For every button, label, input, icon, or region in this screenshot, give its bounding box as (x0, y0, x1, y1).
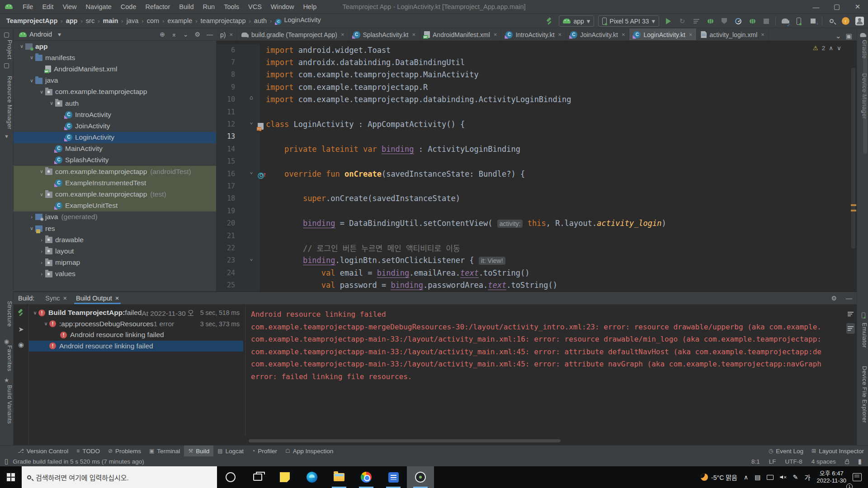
toolwindow-layout-inspector[interactable]: ⊞Layout Inspector (807, 446, 868, 456)
tree-item-mipmap[interactable]: ›mipmap (14, 257, 216, 268)
fold-marker-icon[interactable]: ⌄ (250, 118, 253, 125)
tree-chevron-icon[interactable]: ∨ (38, 89, 45, 95)
breadcrumb-item-auth[interactable]: auth (254, 17, 267, 24)
breadcrumb-item-teamprojectapp[interactable]: TeamprojectApp (6, 17, 57, 24)
ime-panel-icon[interactable]: ▤ (751, 466, 764, 488)
menu-edit[interactable]: Edit (38, 0, 58, 14)
tree-chevron-icon[interactable]: ∨ (28, 225, 35, 231)
attach-debugger-icon[interactable] (719, 16, 729, 26)
breadcrumb-item-loginactivity[interactable]: LoginActivity (275, 16, 321, 25)
hide-panel-icon[interactable]: — (207, 31, 213, 38)
run-configuration-select[interactable]: app ▾ (559, 15, 594, 27)
tree-item-splashactivity[interactable]: SplashActivity (14, 155, 216, 166)
code-line[interactable]: 25 val password = binding.passwordArea.t… (216, 279, 857, 291)
menu-vcs[interactable]: VCS (244, 0, 266, 14)
file-explorer-button[interactable] (326, 466, 353, 488)
status-message[interactable]: Gradle build failed in 5 s 520 ms (7 min… (13, 458, 144, 465)
edge-button[interactable] (298, 466, 326, 488)
tab-close-icon[interactable]: × (558, 31, 562, 38)
tree-item-manifests[interactable]: ∨manifests (14, 52, 216, 63)
menu-code[interactable]: Code (116, 0, 141, 14)
build-tab-build-output[interactable]: Build Output× (71, 292, 123, 304)
start-button[interactable] (0, 466, 22, 488)
indicator-icon[interactable]: ▮ (858, 457, 862, 465)
cortana-button[interactable] (217, 466, 244, 488)
tree-item-loginactivity[interactable]: LoginActivity (14, 132, 216, 143)
tree-item-java[interactable]: ∨java (14, 75, 216, 86)
toolwindow-profiler[interactable]: ◔Profiler (248, 446, 281, 456)
tab-joinactivity-kt[interactable]: JoinActivity.kt× (566, 28, 629, 41)
build-tree-row[interactable]: ∨!:app:processDebugResources 1 error3 se… (29, 319, 243, 330)
status-utf-8[interactable]: UTF-8 (785, 458, 802, 465)
stripe-favorites[interactable]: Favorites (0, 345, 13, 371)
rerun-build-icon[interactable] (18, 309, 25, 318)
tab-close-icon[interactable]: × (494, 31, 497, 38)
code-line[interactable]: 21 (216, 230, 857, 242)
stop-button[interactable] (761, 16, 771, 26)
gradle-tool-icon[interactable] (859, 32, 866, 38)
pin-icon[interactable]: ➤ (18, 325, 24, 333)
hidden-tabs-chevron-icon[interactable]: ⌄ (835, 32, 841, 40)
tree-chevron-icon[interactable]: › (38, 249, 45, 254)
tree-item-res[interactable]: ∨res (14, 223, 216, 234)
apply-code-changes-icon[interactable] (691, 16, 701, 26)
code-line[interactable]: 9import com.example.teamprojectapp.R (216, 81, 857, 93)
tab-close-icon[interactable]: × (63, 295, 67, 302)
resource-manager-icon[interactable] (3, 62, 10, 69)
tree-item-introactivity[interactable]: IntroActivity (14, 109, 216, 120)
action-center-button[interactable]: 1 (849, 466, 868, 488)
code-line[interactable]: 12⌄class LoginActivity : AppCompatActivi… (216, 118, 857, 130)
settings-gear-icon[interactable]: ⚙ (194, 31, 200, 38)
build-tree-row[interactable]: !Android resource linking failed (29, 341, 243, 352)
stripe-resource-manager[interactable]: Resource Manager (0, 76, 13, 130)
fold-marker-icon[interactable]: ⌄ (250, 168, 253, 175)
breadcrumb-item-java[interactable]: java (127, 17, 139, 24)
breadcrumb-item-com[interactable]: com (147, 17, 159, 24)
tree-chevron-icon[interactable]: ∨ (28, 55, 35, 61)
build-console[interactable]: Android resource linking failedcom.examp… (245, 305, 843, 436)
override-gutter-icon[interactable] (258, 173, 264, 179)
document-app-button[interactable] (380, 466, 407, 488)
profiler-button[interactable] (733, 16, 743, 26)
code-line[interactable]: 16⌄ override fun onCreate(savedInstanceS… (216, 168, 857, 180)
toolwindow-terminal[interactable]: ▣Terminal (145, 446, 184, 456)
tree-item-app[interactable]: ∨app (14, 41, 216, 52)
project-tree-scrollbar[interactable] (863, 41, 867, 154)
scroll-to-end-icon[interactable] (846, 323, 855, 334)
split-editor-icon[interactable]: ▣ (846, 32, 852, 40)
tab-splashactivity-kt[interactable]: SplashActivity.kt× (349, 28, 420, 41)
lock-icon[interactable] (845, 461, 849, 464)
tree-item-exampleunittest[interactable]: ExampleUnitTest (14, 200, 216, 211)
toolwindow-logcat[interactable]: ▤Logcat (213, 446, 248, 456)
avatar[interactable] (854, 16, 864, 26)
hidden-icons-chevron[interactable]: ∧ (741, 466, 751, 488)
taskbar-search-box[interactable]: 검색하려면 여기에 입력하십시오. (22, 466, 217, 488)
code-line[interactable]: 15 (216, 155, 857, 168)
build-tree-row[interactable]: ∨!Build TeamprojectApp: failed At 2022-1… (29, 307, 243, 319)
menu-run[interactable]: Run (198, 0, 220, 14)
toolwindow-app-inspection[interactable]: ☖App Inspection (281, 446, 337, 456)
tab-close-icon[interactable]: × (229, 31, 233, 38)
star-icon[interactable]: ★ (3, 377, 10, 384)
tree-chevron-icon[interactable]: › (38, 260, 45, 265)
tree-chevron-icon[interactable]: ∨ (48, 100, 55, 106)
tree-chevron-icon[interactable]: ∨ (32, 310, 38, 316)
code-line[interactable]: 22 // 로그인 버튼 누르면 메인 액티비티로 이동 (216, 242, 857, 254)
stripe-build-variants[interactable]: Build Variants (0, 385, 13, 424)
fold-marker-icon[interactable]: ⌂ (250, 94, 253, 101)
code-line[interactable]: 17 (216, 180, 857, 192)
code-line[interactable]: 7import androidx.databinding.DataBinding… (216, 56, 857, 68)
build-tab-sync[interactable]: Sync× (41, 292, 71, 304)
tab-close-icon[interactable]: × (412, 31, 415, 38)
locate-file-icon[interactable]: ⊕ (160, 31, 165, 38)
editor-scrollbar[interactable] (851, 68, 855, 249)
breadcrumb-item-example[interactable]: example (167, 17, 192, 24)
gradle-sync-icon[interactable]: ✓ (780, 16, 790, 26)
menu-refactor[interactable]: Refactor (141, 0, 175, 14)
stripe-emulator[interactable]: Emulator (857, 323, 868, 348)
code-line[interactable]: 19 (216, 205, 857, 217)
maximize-button[interactable]: ▢ (826, 0, 847, 14)
code-line[interactable]: 6import android.widget.Toast (216, 44, 857, 56)
menu-view[interactable]: View (58, 0, 81, 14)
settings-gear-icon[interactable]: ⚙ (831, 295, 837, 302)
